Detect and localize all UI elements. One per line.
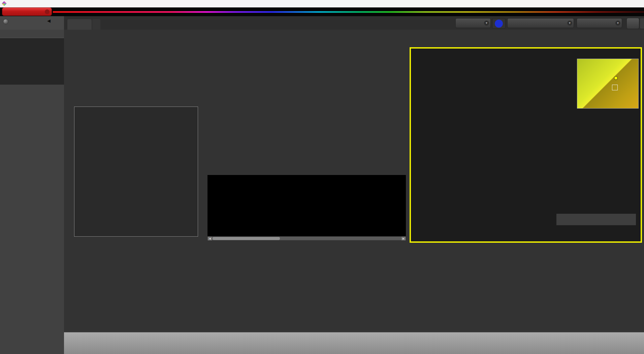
panel-collapse-icon[interactable] (640, 18, 644, 29)
calman-menu-button[interactable] (2, 7, 52, 16)
measured-point (614, 76, 618, 80)
maximize-button[interactable] (614, 0, 627, 7)
title-bar (0, 0, 644, 7)
rgb-triplet-readout (556, 214, 636, 225)
workflow-tree (0, 38, 64, 85)
close-button[interactable] (631, 0, 644, 7)
sidebar-top-strip: ◀ (0, 16, 64, 30)
minimize-button[interactable] (597, 0, 610, 7)
de2000-bar-chart (74, 107, 198, 237)
meter-status-bar (456, 19, 457, 28)
chevron-down-icon: ▼ (615, 21, 620, 26)
source-dropdown[interactable]: ▼ (507, 18, 574, 28)
logo-row (0, 7, 644, 16)
meter-dropdown[interactable]: ▼ (455, 18, 491, 28)
tab-history-1[interactable] (67, 19, 92, 30)
chevron-down-icon (45, 9, 50, 14)
add-tab-button[interactable] (92, 19, 100, 30)
scrollbar-thumb[interactable] (213, 237, 280, 240)
compare-scrollbar[interactable]: ◀ ▶ (207, 236, 406, 240)
app-icon (2, 1, 7, 6)
rainbow-strip (53, 11, 644, 13)
sidebar-collapse-icon[interactable]: ◀ (47, 18, 51, 23)
status-led (3, 19, 8, 24)
cie-zoom-inset (577, 59, 639, 109)
chevron-down-icon: ▼ (484, 21, 489, 26)
target-point (612, 85, 618, 90)
meter-id-value (495, 20, 503, 28)
scroll-left-icon[interactable]: ◀ (208, 237, 212, 240)
pattern-bar (64, 332, 644, 354)
control-status-bar (577, 19, 578, 28)
gear-icon[interactable] (626, 18, 639, 29)
source-status-bar (508, 19, 509, 28)
scroll-right-icon[interactable]: ▶ (401, 237, 406, 240)
sidebar (0, 30, 64, 354)
measurement-table-wrap (179, 245, 644, 317)
tab-bar: ◀ ▼ ▼ ▼ (0, 16, 644, 30)
display-control-dropdown[interactable]: ▼ (577, 18, 622, 28)
actual-target-compare (207, 175, 406, 236)
meter-id-badge[interactable] (492, 18, 506, 29)
chevron-down-icon: ▼ (567, 21, 572, 26)
